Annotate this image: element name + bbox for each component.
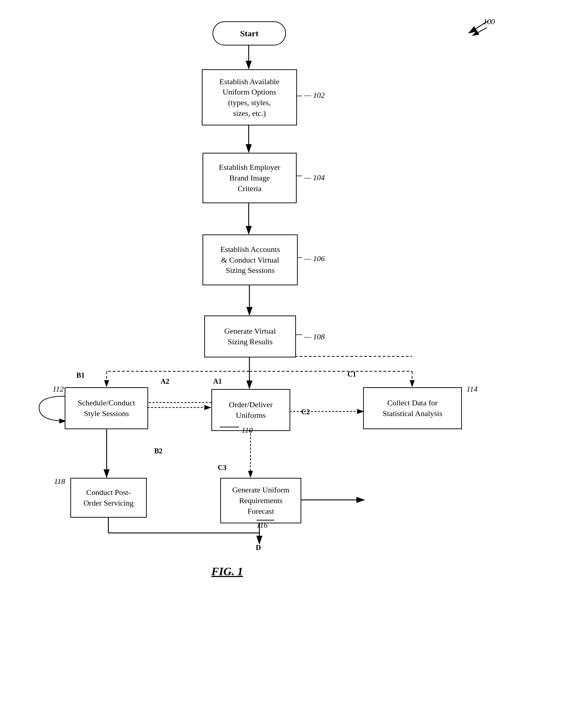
box-116-text: Generate UniformRequirementsForecast: [232, 485, 290, 516]
ref-110: 110: [242, 426, 253, 435]
box-118: Conduct Post-Order Servicing: [70, 478, 147, 518]
box-110-text: Order/DeliverUniforms: [229, 399, 273, 420]
label-d: D: [256, 544, 261, 552]
label-b2: B2: [154, 447, 162, 455]
ref-112: 112: [53, 384, 64, 394]
label-c1: C1: [347, 370, 356, 378]
start-box: Start: [212, 21, 286, 45]
label-b1: B1: [76, 371, 85, 379]
svg-line-28: [469, 21, 489, 33]
box-106-text: Establish Accounts& Conduct VirtualSizin…: [220, 244, 280, 276]
box-114: Collect Data forStatistical Analysis: [363, 387, 462, 429]
ref-104: — 104: [304, 173, 325, 182]
label-a2: A2: [161, 377, 169, 385]
ref-118: 118: [54, 477, 65, 486]
ref-108: — 108: [304, 332, 325, 341]
ref-114: 114: [466, 384, 478, 394]
box-112-text: Schedule/ConductStyle Sessions: [78, 398, 135, 419]
ref100-arrow-svg: [458, 17, 494, 38]
figure-label: FIG. 1: [211, 565, 243, 578]
box-110: Order/DeliverUniforms: [211, 389, 290, 431]
box-112: Schedule/ConductStyle Sessions: [65, 387, 148, 429]
box-118-text: Conduct Post-Order Servicing: [83, 487, 134, 508]
diagram-container: Start Establish AvailableUniform Options…: [0, 0, 561, 728]
box-106: Establish Accounts& Conduct VirtualSizin…: [203, 234, 298, 285]
box-104: Establish EmployerBrand ImageCriteria: [203, 153, 297, 203]
ref-116: 116: [257, 521, 268, 530]
label-c3: C3: [218, 464, 226, 472]
underline-110: [220, 426, 239, 427]
box-114-text: Collect Data forStatistical Analysis: [383, 398, 442, 419]
box-108: Generate VirtualSizing Results: [204, 316, 296, 357]
box-116: Generate UniformRequirementsForecast: [220, 478, 301, 523]
box-104-text: Establish EmployerBrand ImageCriteria: [219, 162, 280, 194]
box-108-text: Generate VirtualSizing Results: [224, 326, 276, 347]
box-102: Establish AvailableUniform Options(types…: [202, 69, 297, 125]
start-label: Start: [240, 29, 259, 38]
ref-106: — 106: [304, 254, 325, 263]
underline-116: [257, 519, 274, 521]
label-c2: C2: [301, 408, 310, 416]
ref-102: — 102: [304, 91, 325, 100]
label-a1: A1: [213, 377, 222, 385]
box-102-text: Establish AvailableUniform Options(types…: [220, 76, 280, 119]
